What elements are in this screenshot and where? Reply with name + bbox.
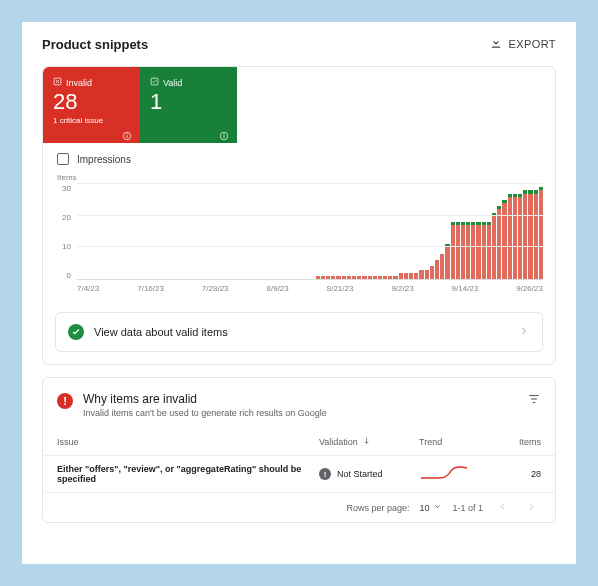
bar[interactable] — [82, 184, 86, 279]
bar[interactable] — [456, 184, 460, 279]
bar[interactable] — [139, 184, 143, 279]
bar[interactable] — [388, 184, 392, 279]
bar[interactable] — [404, 184, 408, 279]
bar[interactable] — [243, 184, 247, 279]
bar[interactable] — [113, 184, 117, 279]
bar[interactable] — [119, 184, 123, 279]
bar[interactable] — [274, 184, 278, 279]
bar[interactable] — [425, 184, 429, 279]
bar[interactable] — [108, 184, 112, 279]
export-button[interactable]: EXPORT — [489, 36, 556, 52]
bar[interactable] — [539, 184, 543, 279]
bar[interactable] — [393, 184, 397, 279]
bar[interactable] — [414, 184, 418, 279]
bar[interactable] — [155, 184, 159, 279]
bar[interactable] — [482, 184, 486, 279]
bar[interactable] — [518, 184, 522, 279]
info-icon[interactable] — [122, 127, 132, 137]
rows-per-page-select[interactable]: 10 — [419, 502, 442, 513]
th-validation[interactable]: Validation — [319, 436, 419, 447]
bar[interactable] — [212, 184, 216, 279]
bar[interactable] — [487, 184, 491, 279]
bar[interactable] — [326, 184, 330, 279]
bar[interactable] — [103, 184, 107, 279]
bar[interactable] — [399, 184, 403, 279]
bar[interactable] — [233, 184, 237, 279]
tile-invalid[interactable]: Invalid 28 1 critical issue — [43, 67, 140, 143]
bar[interactable] — [466, 184, 470, 279]
bar[interactable] — [170, 184, 174, 279]
bar[interactable] — [264, 184, 268, 279]
bar[interactable] — [347, 184, 351, 279]
bar[interactable] — [342, 184, 346, 279]
bar[interactable] — [227, 184, 231, 279]
bar[interactable] — [409, 184, 413, 279]
bar[interactable] — [476, 184, 480, 279]
bar[interactable] — [150, 184, 154, 279]
bar[interactable] — [492, 184, 496, 279]
bar[interactable] — [165, 184, 169, 279]
bar[interactable] — [461, 184, 465, 279]
bar[interactable] — [528, 184, 532, 279]
prev-page-button[interactable] — [493, 501, 512, 514]
bar[interactable] — [435, 184, 439, 279]
bar[interactable] — [300, 184, 304, 279]
bar[interactable] — [87, 184, 91, 279]
bar[interactable] — [331, 184, 335, 279]
view-valid-items-link[interactable]: View data about valid items — [55, 312, 543, 352]
bar[interactable] — [124, 184, 128, 279]
bar[interactable] — [513, 184, 517, 279]
bar[interactable] — [368, 184, 372, 279]
impressions-toggle[interactable]: Impressions — [43, 143, 555, 169]
bar[interactable] — [445, 184, 449, 279]
filter-icon[interactable] — [527, 392, 541, 410]
bar[interactable] — [129, 184, 133, 279]
bar[interactable] — [321, 184, 325, 279]
bar[interactable] — [207, 184, 211, 279]
bar[interactable] — [176, 184, 180, 279]
bar[interactable] — [451, 184, 455, 279]
bar[interactable] — [352, 184, 356, 279]
bar[interactable] — [253, 184, 257, 279]
bar[interactable] — [502, 184, 506, 279]
bar[interactable] — [191, 184, 195, 279]
bar[interactable] — [98, 184, 102, 279]
th-items[interactable]: Items — [499, 437, 541, 447]
bar[interactable] — [279, 184, 283, 279]
bar[interactable] — [196, 184, 200, 279]
bar[interactable] — [295, 184, 299, 279]
th-trend[interactable]: Trend — [419, 437, 499, 447]
bar[interactable] — [383, 184, 387, 279]
bar[interactable] — [269, 184, 273, 279]
bar[interactable] — [290, 184, 294, 279]
bar[interactable] — [238, 184, 242, 279]
bar[interactable] — [202, 184, 206, 279]
bar[interactable] — [160, 184, 164, 279]
bar[interactable] — [310, 184, 314, 279]
bar[interactable] — [373, 184, 377, 279]
bar[interactable] — [222, 184, 226, 279]
next-page-button[interactable] — [522, 501, 541, 514]
bar[interactable] — [248, 184, 252, 279]
bar[interactable] — [534, 184, 538, 279]
bar[interactable] — [285, 184, 289, 279]
th-issue[interactable]: Issue — [57, 437, 319, 447]
bar[interactable] — [523, 184, 527, 279]
bar[interactable] — [77, 184, 81, 279]
bar[interactable] — [336, 184, 340, 279]
table-row[interactable]: Either "offers", "review", or "aggregate… — [43, 456, 555, 493]
bar[interactable] — [440, 184, 444, 279]
tile-valid[interactable]: Valid 1 — [140, 67, 237, 143]
bar[interactable] — [305, 184, 309, 279]
info-icon[interactable] — [219, 127, 229, 137]
bar[interactable] — [134, 184, 138, 279]
bar[interactable] — [316, 184, 320, 279]
bar[interactable] — [93, 184, 97, 279]
bar[interactable] — [378, 184, 382, 279]
bar[interactable] — [497, 184, 501, 279]
bar[interactable] — [362, 184, 366, 279]
bar[interactable] — [217, 184, 221, 279]
bar[interactable] — [357, 184, 361, 279]
bar[interactable] — [259, 184, 263, 279]
bar[interactable] — [181, 184, 185, 279]
